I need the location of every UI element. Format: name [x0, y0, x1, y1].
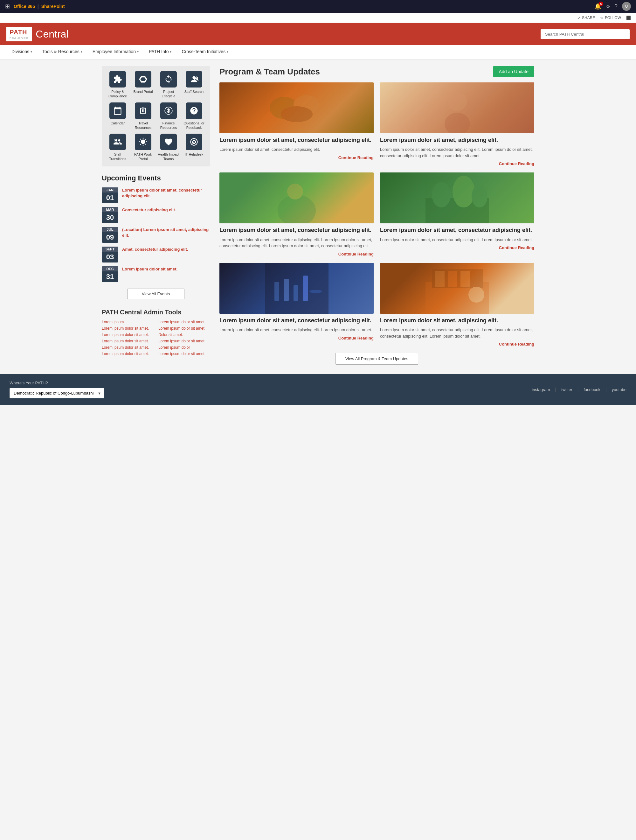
quick-link-travel[interactable]: TravelResources [132, 103, 154, 130]
healthimpact-icon-box [160, 134, 177, 150]
event-date-box: Jan 01 [102, 188, 118, 203]
search-input[interactable] [541, 29, 630, 39]
admin-tools-section: PATH Central Admin Tools Lorem ipsum Lor… [102, 309, 210, 356]
logo-box[interactable]: PATH FOA•O//OO [6, 27, 32, 41]
admin-link[interactable]: Lorem ipsum dolor sit amet. [158, 352, 210, 356]
settings-icon[interactable]: ⚙ [606, 3, 610, 9]
recycle-icon [164, 75, 173, 84]
upcoming-events-title: Upcoming Events [102, 174, 210, 182]
nav-tools[interactable]: Tools & Resources ▾ [37, 45, 87, 59]
dollar-icon [164, 106, 173, 115]
update-image-lab [219, 263, 374, 314]
star-icon: ☆ [600, 16, 604, 20]
quick-link-calendar[interactable]: Calendar [107, 103, 129, 130]
twitter-link[interactable]: twitter [561, 387, 572, 392]
avatar-initials: U [625, 4, 628, 9]
sharepoint-label[interactable]: SharePoint [41, 4, 65, 9]
admin-link[interactable]: Lorem ipsum [102, 320, 153, 324]
update-body: Lorem ipsum dolor sit amet, consectetur … [219, 327, 374, 333]
help-icon[interactable]: ? [615, 3, 617, 9]
svg-line-1 [197, 79, 198, 79]
update-image-food [219, 82, 374, 133]
quick-link-policy[interactable]: Policy &Compliance [107, 71, 129, 99]
footer-location-select[interactable]: Democratic Republic of Congo-Lubumbashi … [9, 388, 104, 398]
chevron-down-icon: ▾ [137, 50, 139, 54]
sunrise-icon [139, 137, 148, 146]
avatar[interactable]: U [622, 2, 631, 11]
svg-rect-18 [284, 279, 289, 301]
instagram-link[interactable]: instagram [532, 387, 550, 392]
continue-reading-link[interactable]: Continue Reading [219, 155, 374, 160]
footer-where-label: Where's Your PATH? [9, 381, 104, 385]
office365-label[interactable]: Office 365 [14, 4, 35, 9]
waffle-icon[interactable]: ⊞ [5, 3, 10, 10]
event-date-box: Mar 30 [102, 207, 118, 223]
nav-employee[interactable]: Employee Information ▾ [87, 45, 144, 59]
view-all-events-button[interactable]: View All Events [127, 289, 184, 299]
quick-link-brand[interactable]: Brand Portal [132, 71, 154, 99]
continue-reading-link[interactable]: Continue Reading [380, 161, 534, 166]
share-button[interactable]: ↗ SHARE [578, 16, 595, 20]
update-card: Lorem ipsum dolor sit amet, consectetur … [380, 172, 534, 256]
logo-text: PATH [9, 28, 28, 36]
admin-link[interactable]: Lorem ipsum dolor [158, 345, 210, 350]
update-headline: Lorem ipsum dolor sit amet, consectetur … [219, 136, 374, 144]
admin-link[interactable]: Lorem ipsum dolor sit amet. [158, 326, 210, 331]
admin-link[interactable]: Lorem ipsum dolor sit amet. [158, 339, 210, 343]
admin-link[interactable]: Lorem ipsum dolor sit amet. [102, 339, 153, 343]
updates-grid: Lorem ipsum dolor sit amet, consectetur … [219, 82, 534, 346]
list-item: Dec 31 Lorem ipsum dolor sit amet. [102, 266, 210, 282]
follow-button[interactable]: ☆ FOLLOW [600, 16, 621, 20]
options-button[interactable]: ⬛ [626, 16, 631, 20]
nav-tools-label: Tools & Resources [42, 49, 80, 54]
svg-rect-3 [143, 109, 144, 112]
event-description[interactable]: Amet, consectetur adipiscing elit. [122, 246, 188, 252]
quick-link-ithelp-label: IT Helpdesk [185, 152, 203, 156]
quick-link-finance[interactable]: FinanceResources [158, 103, 179, 130]
calendar-icon-box [109, 103, 126, 119]
nav-pathinfo[interactable]: PATH Info ▾ [144, 45, 177, 59]
nav-crossteam[interactable]: Cross-Team Initiatives ▾ [176, 45, 233, 59]
admin-link[interactable]: Lorem ipsum dolor sit amet. [102, 345, 153, 350]
people-arrows-icon [113, 137, 122, 146]
hexagon-icon [139, 75, 148, 84]
pathwork-icon-box [135, 134, 151, 150]
continue-reading-link[interactable]: Continue Reading [380, 342, 534, 346]
quick-link-healthimpact[interactable]: Health ImpactTeams [158, 134, 179, 161]
puzzle-icon [113, 75, 122, 84]
continue-reading-link[interactable]: Continue Reading [380, 245, 534, 250]
event-description[interactable]: Consectetur adipiscing elit. [122, 207, 176, 213]
admin-link[interactable]: Lorem ipsum dolor sit amet. [102, 326, 153, 331]
quick-link-calendar-label: Calendar [111, 121, 125, 125]
nav-divisions[interactable]: Divisions ▾ [6, 45, 37, 59]
footer-location-select-wrap: Democratic Republic of Congo-Lubumbashi … [9, 388, 104, 398]
quick-link-ithelp[interactable]: IT Helpdesk [183, 134, 205, 161]
admin-link[interactable]: Lorem ipsum dolor sit amet. [102, 333, 153, 337]
continue-reading-link[interactable]: Continue Reading [219, 336, 374, 341]
update-headline: Lorem ipsum dolor sit amet, consectetur … [380, 227, 534, 234]
facebook-link[interactable]: facebook [584, 387, 600, 392]
quick-link-staffsearch[interactable]: Staff Search [183, 71, 205, 99]
update-headline: Lorem ipsum dolor sit amet, adipiscing e… [380, 317, 534, 324]
quick-link-feedback[interactable]: Questions, orFeedback [183, 103, 205, 130]
add-update-button[interactable]: Add an Update [493, 66, 534, 77]
quick-link-lifecycle[interactable]: ProjectLifecycle [158, 71, 179, 99]
youtube-link[interactable]: youtube [612, 387, 627, 392]
event-description[interactable]: Lorem ipsum dolor sit amet, consectetur … [122, 188, 210, 199]
notification-bell[interactable]: 🔔 5 [594, 3, 601, 10]
event-description[interactable]: Lorem ipsum dolor sit amet. [122, 266, 178, 272]
quick-link-stafftrans[interactable]: StaffTransitions [107, 134, 129, 161]
update-body: Lorem ipsum dolor sit amet, consectetur … [380, 237, 534, 243]
admin-link[interactable]: Lorem ipsum dolor sit amet. [102, 352, 153, 356]
event-description[interactable]: (Location) Lorem ipsum sit amet, adipisc… [122, 227, 210, 238]
admin-link[interactable]: Dolor sit amet. [158, 333, 210, 337]
event-day: 09 [102, 232, 118, 243]
footer-location: Where's Your PATH? Democratic Republic o… [9, 381, 104, 398]
chevron-down-icon: ▾ [227, 50, 228, 54]
quick-link-pathwork[interactable]: PATH WorkPortal [132, 134, 154, 161]
quick-link-feedback-label: Questions, orFeedback [184, 121, 204, 130]
view-all-updates-button[interactable]: View All Program & Team Updates [335, 353, 418, 365]
admin-link[interactable]: Lorem ipsum dolor sit amet. [158, 320, 210, 324]
continue-reading-link[interactable]: Contniue Reading [219, 252, 374, 256]
svg-point-11 [287, 183, 303, 199]
